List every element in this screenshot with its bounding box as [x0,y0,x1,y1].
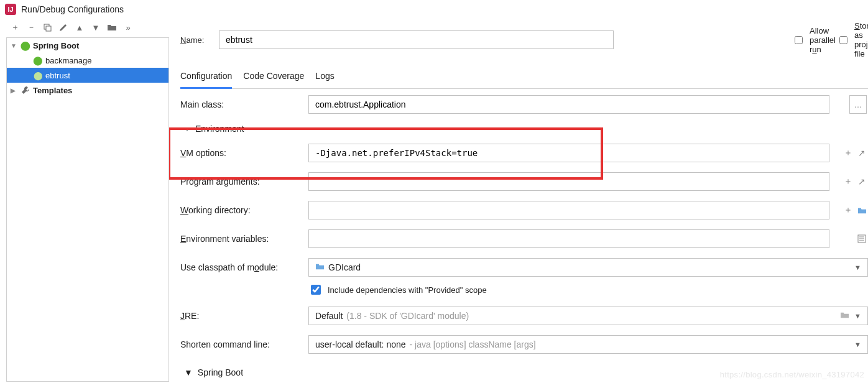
tabs: Configuration Code Coverage Logs [180,67,868,89]
spring-icon: ⬤ [21,40,30,50]
chevron-down-icon: ▼ [184,367,193,377]
tree-label: Templates [33,86,72,95]
jre-hint: (1.8 - SDK of 'GDIcard' module) [346,311,469,321]
chevron-down-icon: ▼ [184,126,190,132]
expand-icon[interactable]: ↗ [857,177,867,187]
main-class-label: Main class: [180,99,305,109]
tree-node-backmanage[interactable]: ⬤ backmanage [7,53,169,68]
section-label: Environment [195,124,244,134]
program-args-label: Program arguments: [180,177,305,187]
name-input[interactable] [219,30,614,49]
shorten-select[interactable]: user-local default: none - java [options… [308,335,868,354]
allow-parallel-checkbox[interactable]: Allow parallel run [792,21,820,58]
tab-code-coverage[interactable]: Code Coverage [243,67,304,88]
classpath-module-value: GDIcard [328,262,361,272]
spring-boot-section[interactable]: ▼ Spring Boot [180,367,868,377]
shorten-label: Shorten command line: [180,339,305,349]
remove-icon[interactable]: － [26,22,36,32]
chevron-right-icon: ▶ [11,87,18,94]
chevron-down-icon: ▼ [11,42,18,49]
tree-label: Spring Boot [33,41,79,50]
window-title: Run/Debug Configurations [21,4,124,14]
app-icon: IJ [5,4,16,15]
config-form: Main class: … ▼ Environment VM options: … [180,95,868,377]
add-icon[interactable]: ＋ [843,148,853,158]
tree-node-ebtrust[interactable]: ⬤ ebtrust [7,68,169,83]
working-dir-input[interactable] [308,201,829,219]
edit-defaults-icon[interactable] [58,22,68,32]
add-icon[interactable]: ＋ [843,177,853,187]
shorten-value: user-local default: none [315,339,406,349]
spring-icon: ⬤ [33,55,43,65]
browse-class-button[interactable]: … [849,95,867,114]
shorten-hint: - java [options] className [args] [410,339,536,349]
tree-node-springboot[interactable]: ▼ ⬤ Spring Boot [7,38,169,53]
tree-node-templates[interactable]: ▶ Templates [7,83,169,98]
classpath-module-label: Use classpath of module: [180,262,305,272]
chevron-down-icon: ▼ [854,341,861,348]
name-label: Name: [180,35,208,45]
allow-parallel-label: Allow parallel run [810,26,836,54]
jre-value: Default [315,311,343,321]
vm-options-label: VM options: [180,148,305,158]
tree-label: backmanage [45,56,91,65]
move-down-icon[interactable]: ▼ [91,22,101,32]
working-dir-label: Working directory: [180,205,305,215]
include-provided-checkbox[interactable]: Include dependencies with "Provided" sco… [308,283,829,297]
wrench-icon [21,85,30,95]
config-tree[interactable]: ▼ ⬤ Spring Boot ⬤ backmanage ⬤ ebtrust ▶… [6,37,169,382]
title-bar: IJ Run/Debug Configurations [0,0,868,17]
env-vars-label: Environment variables: [180,234,305,244]
classpath-module-select[interactable]: GDIcard ▼ [308,258,868,277]
spring-icon: ⬤ [33,70,43,80]
copy-icon[interactable] [42,22,52,32]
include-provided-label: Include dependencies with "Provided" sco… [328,285,487,295]
tree-toolbar: ＋ － ▲ ▼ » [6,17,169,37]
main-class-input[interactable] [308,95,829,114]
svg-rect-1 [46,26,51,31]
chevron-down-icon: ▼ [854,312,861,320]
add-icon[interactable]: ＋ [843,205,853,215]
store-as-project-label: Store as project file [854,21,868,58]
jre-select[interactable]: Default (1.8 - SDK of 'GDIcard' module) … [308,307,868,325]
environment-section[interactable]: ▼ Environment [180,124,868,134]
tab-logs[interactable]: Logs [315,67,334,88]
tree-label: ebtrust [45,71,70,80]
chevron-down-icon: ▼ [854,264,861,271]
more-icon[interactable]: » [123,22,133,32]
jre-label: JRE: [180,311,305,321]
store-as-project-checkbox[interactable]: Store as project file [837,21,864,58]
env-vars-input[interactable] [308,229,829,248]
move-up-icon[interactable]: ▲ [75,22,85,32]
folder-icon[interactable] [107,22,117,32]
vm-options-input[interactable] [308,144,829,162]
module-icon [315,262,325,272]
browse-folder-icon[interactable] [840,311,849,321]
browse-folder-icon[interactable] [857,205,867,215]
tab-configuration[interactable]: Configuration [180,67,232,89]
program-args-input[interactable] [308,172,829,191]
list-icon[interactable] [857,234,867,244]
section-label: Spring Boot [198,367,243,377]
add-icon[interactable]: ＋ [10,22,20,32]
expand-icon[interactable]: ↗ [857,148,867,158]
